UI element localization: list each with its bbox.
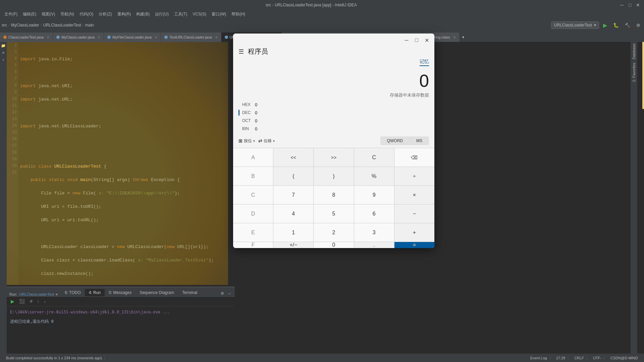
calc-btn-subtract[interactable]: −	[394, 204, 434, 223]
calc-close-button[interactable]: ✕	[422, 35, 432, 45]
menu-build[interactable]: 构建(B)	[133, 10, 152, 18]
calc-btn-1[interactable]: 1	[273, 223, 313, 242]
tab-close-myfileclassloader[interactable]: ✕	[155, 36, 157, 39]
calc-btn-backspace[interactable]: ⌫	[394, 148, 434, 167]
run-play-button[interactable]: ▶	[9, 298, 16, 305]
tab-todo[interactable]: 6: TODO	[61, 289, 85, 296]
calc-btn-3[interactable]: 3	[354, 223, 394, 242]
tab-terminal[interactable]: Terminal	[178, 289, 201, 296]
sidebar-bookmark-icon[interactable]: ★	[2, 51, 5, 55]
calc-btn-9[interactable]: 9	[354, 186, 394, 204]
tab-classloadertest[interactable]: ClassLoaderTest.java ✕	[0, 33, 53, 42]
tab-close-myclassloader[interactable]: ✕	[98, 36, 100, 39]
calc-btn-5[interactable]: 5	[314, 204, 354, 223]
menu-vcs[interactable]: VCS(S)	[190, 10, 209, 18]
favorites-label[interactable]: 2: Favorites	[632, 63, 636, 82]
calc-btn-8[interactable]: 8	[314, 186, 354, 204]
bitwise-mode-button[interactable]: ⊞ 按位 ▾	[238, 138, 255, 144]
calc-btn-lparen[interactable]: (	[273, 167, 313, 185]
base-row-bin: BIN 0	[238, 125, 429, 132]
tab-sequence[interactable]: Sequence Diagram	[136, 289, 178, 296]
menu-file[interactable]: 文件(F)	[2, 10, 20, 18]
menu-tools[interactable]: 工具(T)	[171, 10, 190, 18]
calc-btn-multiply[interactable]: ×	[394, 186, 434, 204]
status-line-ending[interactable]: CRLF	[572, 356, 587, 360]
menu-code[interactable]: 代码(O)	[77, 10, 96, 18]
breadcrumb-src[interactable]: src	[2, 23, 7, 27]
calc-btn-divide[interactable]: ÷	[394, 167, 434, 185]
tab-more-button[interactable]: ▾	[460, 33, 467, 42]
calc-btn-e[interactable]: E	[233, 223, 273, 242]
menu-window[interactable]: 窗口(W)	[209, 10, 229, 18]
status-charset[interactable]: UTF-	[590, 356, 604, 360]
build-status: Build completed successfully in 1 s 234 …	[3, 356, 105, 360]
ms-button[interactable]: MS	[410, 136, 429, 145]
calc-btn-add[interactable]: +	[394, 223, 434, 242]
ide-maximize-button[interactable]: □	[627, 2, 633, 8]
run-config-selector[interactable]: URLClassLoaderTest ▾	[551, 21, 599, 29]
calc-maximize-button[interactable]: □	[412, 35, 422, 45]
database-label[interactable]: Database	[632, 44, 636, 59]
tab-testurlclassloader[interactable]: TestURLClassLoader.java ✕	[161, 33, 221, 42]
ide-close-button[interactable]: ✕	[635, 2, 641, 8]
breadcrumb-myclassloader[interactable]: MyClassLoader	[11, 23, 39, 27]
calc-btn-rparen[interactable]: )	[314, 167, 354, 185]
tab-myclassloader[interactable]: MyClassLoader.java ✕	[53, 33, 104, 42]
toolbar: src › MyClassLoader › URLClassLoaderTest…	[0, 18, 644, 32]
tab-close-classloadertest[interactable]: ✕	[47, 36, 49, 39]
tab-close-testurlclassloader[interactable]: ✕	[215, 36, 218, 39]
calc-memory-tab[interactable]: 记忆	[420, 59, 429, 66]
breadcrumb-main[interactable]: main	[85, 23, 94, 27]
calc-btn-7[interactable]: 7	[273, 186, 313, 204]
tab-close-stringclass[interactable]: ✕	[453, 36, 456, 39]
build-button[interactable]: 🔨	[623, 22, 632, 29]
calc-btn-f[interactable]: F	[233, 242, 273, 248]
calc-btn-equals[interactable]: =	[394, 242, 434, 248]
run-scroll-up[interactable]: ↑	[36, 299, 41, 304]
calc-btn-percent[interactable]: %	[354, 167, 394, 185]
calc-btn-a[interactable]: A	[233, 148, 273, 167]
menu-bar: 文件(F) 编辑(E) 视图(V) 导航(N) 代码(O) 分析(Z) 重构(R…	[0, 10, 644, 18]
calc-btn-shiftleft[interactable]: <<	[273, 148, 313, 167]
calc-btn-b[interactable]: B	[233, 167, 273, 185]
shift-mode-button[interactable]: ⇄ 位移 ▾	[258, 138, 275, 144]
sidebar-structure-icon[interactable]: ≡	[2, 58, 4, 62]
run-stop-button[interactable]: ⬛	[18, 298, 26, 305]
sidebar-project-icon[interactable]: 📁	[1, 44, 6, 48]
status-event-log[interactable]: Event Log	[528, 356, 550, 360]
calc-btn-0[interactable]: 0	[314, 242, 354, 248]
run-scroll-down[interactable]: ↓	[43, 299, 47, 304]
menu-analyze[interactable]: 分析(Z)	[96, 10, 114, 18]
run-close[interactable]: ✕	[55, 293, 58, 296]
calc-btn-2[interactable]: 2	[314, 223, 354, 242]
calc-btn-6[interactable]: 6	[354, 204, 394, 223]
calc-btn-shiftright[interactable]: >>	[314, 148, 354, 167]
debug-button[interactable]: 🐛	[611, 21, 621, 29]
ide-minimize-button[interactable]: ─	[619, 2, 625, 8]
tab-run[interactable]: 4: Run	[85, 289, 105, 296]
tab-myfileclassloader[interactable]: MyFileClassLoader.java ✕	[104, 33, 161, 42]
menu-help[interactable]: 帮助(H)	[229, 10, 248, 18]
qword-button[interactable]: QWORD	[380, 136, 410, 145]
breadcrumb-urlclassloadertest[interactable]: URLClassLoaderTest	[43, 23, 81, 27]
calc-btn-clear[interactable]: C	[354, 148, 394, 167]
calc-header: ☰ 程序员	[233, 47, 434, 59]
run-rerun-button[interactable]: ↺	[28, 299, 34, 304]
run-button[interactable]: ▶	[601, 21, 609, 29]
menu-navigate[interactable]: 导航(N)	[58, 10, 77, 18]
calc-btn-4[interactable]: 4	[273, 204, 313, 223]
settings-button[interactable]: ⚙	[634, 22, 642, 29]
run-minimize-button[interactable]: ─	[227, 291, 232, 296]
menu-edit[interactable]: 编辑(E)	[20, 10, 39, 18]
calc-btn-c[interactable]: C	[233, 186, 273, 204]
menu-refactor[interactable]: 重构(R)	[115, 10, 134, 18]
calc-btn-decimal[interactable]: .	[354, 242, 394, 248]
calc-btn-d[interactable]: D	[233, 204, 273, 223]
menu-run[interactable]: 运行(U)	[152, 10, 171, 18]
run-settings-button[interactable]: ⚙	[219, 291, 225, 296]
calc-hamburger-icon[interactable]: ☰	[238, 48, 244, 55]
calc-minimize-button[interactable]: ─	[401, 35, 412, 45]
menu-view[interactable]: 视图(V)	[39, 10, 58, 18]
calc-btn-negate[interactable]: +/−	[273, 242, 313, 248]
tab-messages[interactable]: 0: Messages	[105, 289, 136, 296]
